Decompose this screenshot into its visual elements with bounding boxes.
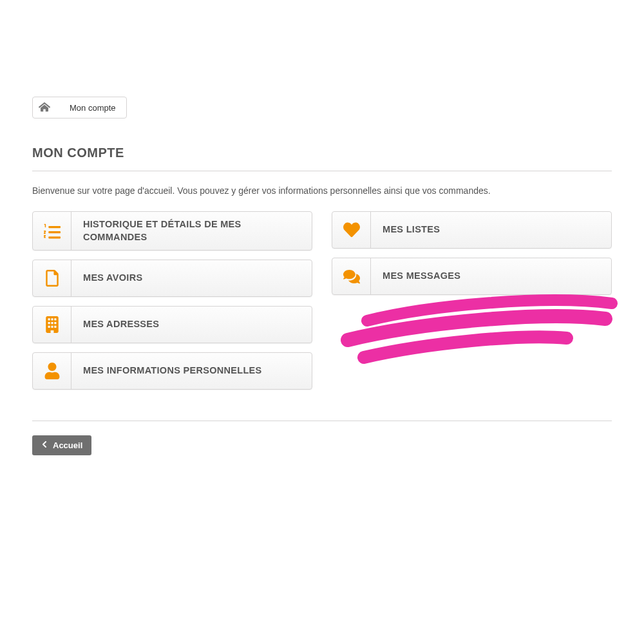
tile-label: MES ADRESSES [71,307,312,343]
comments-icon [332,258,371,294]
breadcrumb-home[interactable] [33,97,56,118]
tile-label: MES MESSAGES [371,258,611,294]
back-home-button[interactable]: Accueil [32,435,91,455]
tile-label: MES INFORMATIONS PERSONNELLES [71,353,312,389]
highlight-annotation [328,292,625,369]
tile-wishlists[interactable]: MES LISTES [332,211,612,249]
tile-messages[interactable]: MES MESSAGES [332,258,612,295]
list-ol-icon [33,212,71,250]
home-icon [39,101,50,115]
chevron-left-icon [41,440,48,450]
tiles-column-right: MES LISTES MES MESSAGES [332,211,612,390]
tiles-column-left: HISTORIQUE ET DÉTAILS DE MES COMMANDES M… [32,211,312,390]
tile-label: HISTORIQUE ET DÉTAILS DE MES COMMANDES [71,212,312,250]
building-icon [33,307,71,343]
back-home-label: Accueil [53,440,82,450]
breadcrumb: Mon compte [32,97,127,118]
tile-personal-info[interactable]: MES INFORMATIONS PERSONNELLES [32,352,312,390]
heart-icon [332,212,371,248]
intro-text: Bienvenue sur votre page d'accueil. Vous… [32,185,612,196]
account-tiles: HISTORIQUE ET DÉTAILS DE MES COMMANDES M… [32,211,612,390]
tile-order-history[interactable]: HISTORIQUE ET DÉTAILS DE MES COMMANDES [32,211,312,251]
footer-separator [32,421,612,421]
page-title: MON COMPTE [32,146,612,171]
tile-label: MES LISTES [371,212,611,248]
tile-credit-slips[interactable]: MES AVOIRS [32,260,312,297]
tile-label: MES AVOIRS [71,260,312,296]
file-icon [33,260,71,296]
user-icon [33,353,71,389]
breadcrumb-current: Mon compte [63,103,126,113]
tile-addresses[interactable]: MES ADRESSES [32,306,312,343]
breadcrumb-separator [55,97,63,118]
